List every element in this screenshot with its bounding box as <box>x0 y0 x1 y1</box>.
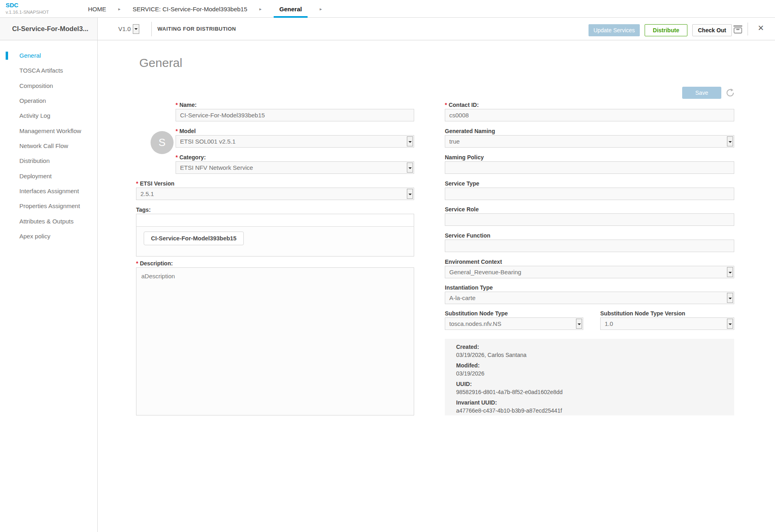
sidebar-item-deployment[interactable]: Deployment <box>0 171 97 181</box>
sidebar-item-activity-log[interactable]: Activity Log <box>0 111 97 121</box>
sidebar-item-network-call-flow[interactable]: Network Call Flow <box>0 141 97 151</box>
name-input[interactable] <box>176 109 414 121</box>
tags-box: CI-Service-For-Model393beb15 <box>136 214 414 257</box>
breadcrumb-arrow-icon: ▸ <box>260 6 262 12</box>
refresh-icon[interactable] <box>725 88 735 98</box>
instantiation-type-select[interactable]: A-la-carte <box>445 292 734 304</box>
sidebar-item-properties-assignment[interactable]: Properties Assignment <box>0 201 97 211</box>
sidebar-item-management-workflow[interactable]: Management Workflow <box>0 126 97 136</box>
breadcrumb-arrow-icon: ▸ <box>320 6 322 12</box>
close-icon[interactable]: ✕ <box>758 23 764 33</box>
workspace-header: CI-Service-For-Model3... V1.0 WAITING FO… <box>0 18 775 40</box>
sidebar-item-apex-policy[interactable]: Apex policy <box>0 232 97 241</box>
version-dropdown-icon[interactable] <box>133 24 139 34</box>
instantiation-type-label: Instantiation Type <box>445 284 493 291</box>
tag-chip[interactable]: CI-Service-For-Model393beb15 <box>144 232 244 245</box>
etsi-version-select[interactable]: 2.5.1 <box>136 188 414 200</box>
chevron-down-icon <box>576 319 582 329</box>
version-selector[interactable]: V1.0 <box>118 18 139 40</box>
breadcrumb-arrow-icon: ▸ <box>118 6 121 12</box>
model-select[interactable]: ETSI SOL001 v2.5.1 <box>176 135 414 148</box>
service-title: CI-Service-For-Model3... <box>12 25 88 33</box>
substitution-node-type-label: Substitution Node Type <box>445 310 508 317</box>
sidebar-item-operation[interactable]: Operation <box>0 96 97 106</box>
substitution-node-type-version-select[interactable]: 1.0 <box>600 317 734 330</box>
environment-context-label: Environment Context <box>445 259 502 265</box>
modified-value: 03/19/2026 <box>456 370 723 377</box>
modified-label: Modifed: <box>456 362 723 369</box>
environment-context-select[interactable]: General_Revenue-Bearing <box>445 266 734 278</box>
sidebar-item-distribution[interactable]: Distribution <box>0 156 97 166</box>
breadcrumb-home[interactable]: HOME <box>88 6 106 13</box>
chevron-down-icon <box>727 293 733 303</box>
tags-label: Tags: <box>136 207 151 213</box>
service-function-input[interactable] <box>445 240 734 252</box>
check-out-button[interactable]: Check Out <box>692 24 732 36</box>
description-textarea[interactable]: aDescription <box>136 267 414 415</box>
tab-general[interactable]: General <box>274 0 308 18</box>
chevron-down-icon <box>727 136 733 146</box>
sidebar-item-attributes-outputs[interactable]: Attributes & Outputs <box>0 217 97 226</box>
lifecycle-status: WAITING FOR DISTRIBUTION <box>157 18 236 40</box>
substitution-node-type-select[interactable]: tosca.nodes.nfv.NS <box>445 317 583 330</box>
sdc-general-screen: SDC v.1.16.1-SNAPSHOT HOME ▸ SERVICE: CI… <box>0 0 775 532</box>
contact-id-input[interactable] <box>445 109 734 121</box>
archive-icon[interactable] <box>733 24 743 35</box>
model-label: *Model <box>176 128 196 135</box>
category-label: *Category: <box>176 154 206 161</box>
tags-input[interactable] <box>136 214 414 227</box>
service-role-label: Service Role <box>445 206 479 213</box>
description-label: *Description: <box>136 260 173 267</box>
top-bar: SDC v.1.16.1-SNAPSHOT HOME ▸ SERVICE: CI… <box>0 0 775 18</box>
uuid-value: 98582916-d801-4a7b-8f52-e0ad1602e8dd <box>456 389 723 395</box>
app-logo-text: SDC <box>6 2 49 9</box>
sidebar-item-tosca-artifacts[interactable]: TOSCA Artifacts <box>0 66 97 75</box>
chevron-down-icon <box>727 267 733 277</box>
chevron-down-icon <box>407 136 413 146</box>
sidebar: General TOSCA Artifacts Composition Oper… <box>0 40 98 532</box>
app-logo[interactable]: SDC v.1.16.1-SNAPSHOT <box>6 2 49 15</box>
name-label: *Name: <box>176 102 197 108</box>
etsi-version-label: *ETSI Version <box>136 180 174 187</box>
naming-policy-label: Naming Policy <box>445 154 484 161</box>
version-label: V1.0 <box>118 25 131 32</box>
sidebar-item-composition[interactable]: Composition <box>0 81 97 91</box>
service-type-label: Service Type <box>445 180 479 187</box>
contact-id-label: *Contact ID: <box>445 102 479 108</box>
naming-policy-input[interactable] <box>445 161 734 174</box>
avatar: S <box>151 131 174 154</box>
header-divider <box>748 23 748 35</box>
breadcrumb: HOME ▸ SERVICE: CI-Service-For-Model393b… <box>88 0 322 18</box>
tab-general-label: General <box>279 6 302 13</box>
metadata-box: Created: 03/19/2026, Carlos Santana Modi… <box>445 339 734 415</box>
created-label: Created: <box>456 344 723 350</box>
header-divider <box>151 22 152 36</box>
invariant-uuid-value: a47766e8-c437-4b10-b3b9-a87ecd25441f <box>456 407 723 414</box>
update-services-button[interactable]: Update Services <box>589 24 640 36</box>
app-version: v.1.16.1-SNAPSHOT <box>6 10 49 15</box>
service-title-box: CI-Service-For-Model3... <box>0 18 98 40</box>
breadcrumb-service[interactable]: SERVICE: CI-Service-For-Model393beb15 <box>133 6 247 13</box>
chevron-down-icon <box>727 319 733 329</box>
service-role-input[interactable] <box>445 213 734 226</box>
substitution-node-type-version-label: Substitution Node Type Version <box>600 310 685 317</box>
generated-naming-label: Generated Naming <box>445 128 495 135</box>
active-item-bar <box>6 52 8 60</box>
invariant-uuid-label: Invariant UUID: <box>456 399 723 406</box>
page-title: General <box>139 56 182 70</box>
uuid-label: UUID: <box>456 381 723 387</box>
sidebar-item-interfaces-assignment[interactable]: Interfaces Assignment <box>0 186 97 196</box>
save-button[interactable]: Save <box>682 87 721 99</box>
distribute-button[interactable]: Distribute <box>645 24 687 36</box>
chevron-down-icon <box>407 189 413 199</box>
created-value: 03/19/2026, Carlos Santana <box>456 352 723 358</box>
sidebar-item-general[interactable]: General <box>0 51 97 61</box>
category-select[interactable]: ETSI NFV Network Service <box>176 161 414 174</box>
generated-naming-select[interactable]: true <box>445 135 734 148</box>
service-function-label: Service Function <box>445 232 490 239</box>
chevron-down-icon <box>407 163 413 173</box>
service-type-input[interactable] <box>445 188 734 200</box>
